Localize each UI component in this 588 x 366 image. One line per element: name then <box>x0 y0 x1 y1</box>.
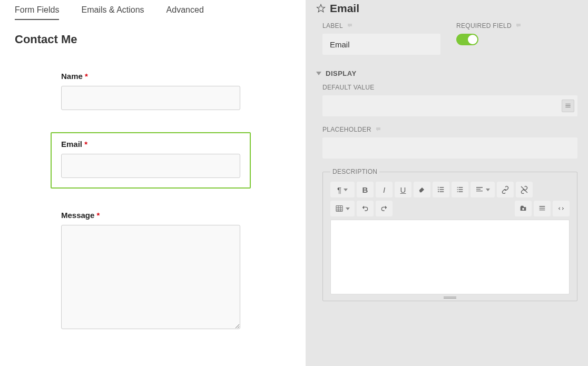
default-value-heading: DEFAULT VALUE <box>322 84 577 91</box>
field-label: Message * <box>61 211 240 220</box>
field-settings-pane: Email LABEL REQUIRED FIELD DISPLAY DEFAU… <box>306 0 588 366</box>
redo-icon <box>380 204 388 213</box>
placeholder-input[interactable] <box>322 137 577 159</box>
italic-button[interactable]: I <box>376 182 393 197</box>
field-name[interactable]: Name * <box>61 72 240 110</box>
link-icon <box>501 185 509 194</box>
rte-toolbar-row1: ¶ B I U <box>330 182 570 197</box>
svg-marker-0 <box>317 5 325 12</box>
pilcrow-icon: ¶ <box>337 185 341 194</box>
default-value-wrap <box>322 95 577 116</box>
insert-merge-tag-button[interactable] <box>534 201 551 216</box>
display-heading-text: DISPLAY <box>326 70 357 77</box>
caret-icon <box>346 207 350 210</box>
description-legend: DESCRIPTION <box>330 168 379 175</box>
star-icon[interactable] <box>316 4 326 13</box>
eraser-icon <box>418 185 426 194</box>
list-icon <box>538 204 546 213</box>
panel-title: Email <box>316 2 577 15</box>
unlink-button[interactable] <box>516 182 533 197</box>
required-marker: * <box>85 72 88 81</box>
name-input[interactable] <box>61 86 240 110</box>
label-heading-text: LABEL <box>322 22 343 29</box>
media-icon <box>519 204 527 213</box>
default-value-input[interactable] <box>322 95 577 116</box>
tabs: Form Fields Emails & Actions Advanced <box>15 5 291 23</box>
chevron-down-icon <box>316 72 321 75</box>
bold-button[interactable]: B <box>357 182 374 197</box>
required-heading-text: REQUIRED FIELD <box>456 22 512 29</box>
code-view-button[interactable] <box>553 201 570 216</box>
label-input[interactable] <box>322 34 440 55</box>
unordered-list-icon <box>456 185 464 194</box>
underline-button[interactable]: U <box>395 182 411 197</box>
align-button[interactable] <box>471 182 495 197</box>
description-fieldset: DESCRIPTION ¶ B I U <box>322 168 577 301</box>
caret-icon <box>486 189 490 191</box>
paragraph-format-button[interactable]: ¶ <box>330 182 355 197</box>
help-icon[interactable] <box>375 126 382 133</box>
undo-icon <box>361 204 369 213</box>
required-marker: * <box>97 211 100 220</box>
ordered-list-button[interactable] <box>433 182 449 197</box>
placeholder-heading-text: PLACEHOLDER <box>322 126 371 133</box>
tab-emails-actions[interactable]: Emails & Actions <box>81 5 144 20</box>
label-column: LABEL <box>322 22 444 55</box>
field-label: Email * <box>61 140 240 149</box>
description-editor[interactable] <box>330 220 570 294</box>
list-icon <box>564 102 572 110</box>
tab-advanced[interactable]: Advanced <box>166 5 204 20</box>
bold-icon: B <box>362 185 368 194</box>
form-preview: Name * Email * Message * <box>15 72 291 331</box>
field-label-text: Name <box>61 72 83 81</box>
field-label-text: Email <box>61 140 82 149</box>
rte-toolbar-row2 <box>330 201 570 216</box>
ordered-list-icon <box>437 185 445 194</box>
label-heading: LABEL <box>322 22 444 29</box>
form-builder-pane: Form Fields Emails & Actions Advanced Co… <box>0 0 306 366</box>
undo-button[interactable] <box>357 201 374 216</box>
panel-title-text: Email <box>330 2 359 15</box>
message-input[interactable] <box>61 225 240 329</box>
underline-icon: U <box>400 185 406 194</box>
merge-tag-button[interactable] <box>562 100 574 112</box>
field-label-text: Message <box>61 211 94 220</box>
required-toggle[interactable] <box>456 34 478 45</box>
tab-form-fields[interactable]: Form Fields <box>15 5 59 20</box>
table-icon <box>335 204 344 213</box>
field-email[interactable]: Email * <box>51 132 251 189</box>
help-icon[interactable] <box>346 23 354 29</box>
display-section-body: DEFAULT VALUE PLACEHOLDER DESCRIPTION ¶ … <box>316 84 577 301</box>
display-section-header[interactable]: DISPLAY <box>316 70 577 77</box>
email-input[interactable] <box>61 154 240 178</box>
resize-handle[interactable] <box>444 296 456 299</box>
field-label: Name * <box>61 72 240 81</box>
required-heading: REQUIRED FIELD <box>456 22 577 29</box>
toggle-knob <box>468 35 477 44</box>
required-column: REQUIRED FIELD <box>456 22 577 55</box>
unlink-icon <box>520 185 528 194</box>
media-button[interactable] <box>515 201 532 216</box>
placeholder-heading: PLACEHOLDER <box>322 126 577 133</box>
label-required-row: LABEL REQUIRED FIELD <box>316 22 577 55</box>
field-message[interactable]: Message * <box>61 211 240 331</box>
default-value-heading-text: DEFAULT VALUE <box>322 84 375 91</box>
align-left-icon <box>475 185 484 194</box>
form-title[interactable]: Contact Me <box>15 33 291 46</box>
table-button[interactable] <box>330 201 355 216</box>
redo-button[interactable] <box>376 201 393 216</box>
required-marker: * <box>84 140 87 149</box>
caret-icon <box>344 189 348 191</box>
help-icon[interactable] <box>515 23 522 29</box>
italic-icon: I <box>383 185 385 194</box>
placeholder-wrap <box>322 137 577 159</box>
clear-format-button[interactable] <box>414 182 430 197</box>
link-button[interactable] <box>497 182 514 197</box>
code-icon <box>557 204 565 213</box>
unordered-list-button[interactable] <box>452 182 468 197</box>
